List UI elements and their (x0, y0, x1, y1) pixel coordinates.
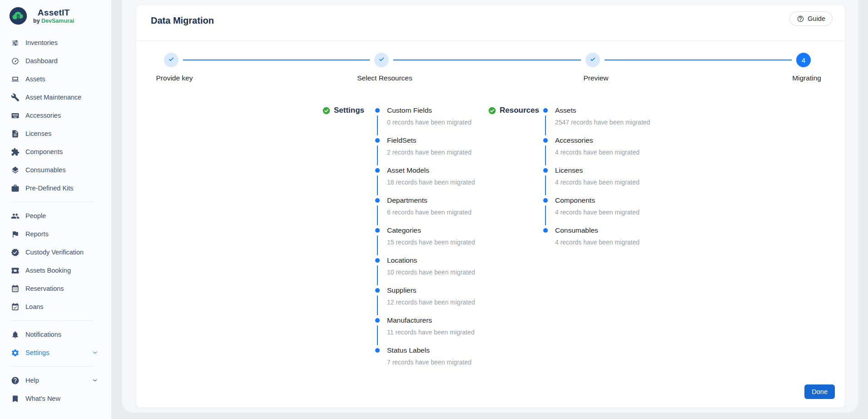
timeline-item-subtitle: 2547 records have been migrated (555, 118, 693, 127)
timeline-item-status-labels: Status Labels7 records have been migrate… (375, 345, 525, 375)
timeline-dot-icon (543, 228, 548, 233)
sidebar-item-label: Custody Verification (25, 249, 84, 256)
sidebar-item-inventories[interactable]: Inventories (0, 34, 111, 52)
brand-subtitle: by DevSamurai (33, 18, 74, 25)
brand[interactable]: AssetIT by DevSamurai (0, 0, 111, 29)
timeline-item-title: FieldSets (387, 135, 525, 145)
sidebar-item-loans[interactable]: Loans (0, 298, 111, 316)
sidebar-item-label: Pre-Defined Kits (25, 185, 74, 192)
timeline-item-subtitle: 6 records have been migrated (387, 208, 525, 217)
data-migration-card: Data Migration Guide Provide keySelect R… (136, 5, 845, 408)
timeline-dot-icon (375, 108, 380, 113)
sidebar-item-licenses[interactable]: Licenses (0, 125, 111, 143)
step-4-indicator: 4 (796, 53, 811, 67)
column-header-resources: Resources (488, 105, 539, 116)
timeline-dot-icon (375, 348, 380, 353)
step-number: 4 (802, 56, 805, 64)
timeline-connector (377, 115, 378, 135)
ticket-icon (11, 266, 20, 275)
timeline-connector (545, 175, 546, 195)
badge-check-icon (11, 248, 20, 257)
done-button[interactable]: Done (804, 384, 835, 399)
sidebar-item-label: Assets Booking (25, 267, 71, 274)
sidebar-item-label: Consumables (25, 166, 66, 174)
brand-text: AssetIT by DevSamurai (33, 8, 74, 25)
sidebar-divider (11, 366, 93, 367)
timeline-item-title: Licenses (555, 165, 693, 175)
timeline-item-categories: Categories15 records have been migrated (375, 225, 525, 255)
check-circle-icon (322, 107, 330, 115)
timeline-item-subtitle: 15 records have been migrated (387, 238, 525, 247)
gauge-icon (11, 57, 20, 65)
question-circle-filled-icon (11, 376, 20, 385)
sidebar-item-pre-defined-kits[interactable]: Pre-Defined Kits (0, 179, 111, 197)
timeline-connector (377, 295, 378, 315)
sidebar-item-notifications[interactable]: Notifications (0, 325, 111, 344)
timeline-item-subtitle: 0 records have been migrated (387, 118, 525, 127)
sidebar-item-dashboard[interactable]: Dashboard (0, 52, 111, 70)
sidebar-item-consumables[interactable]: Consumables (0, 161, 111, 179)
timeline-item-subtitle: 11 records have been migrated (387, 328, 525, 337)
chevron-down-icon (91, 377, 99, 384)
timeline-dot-icon (543, 168, 548, 173)
timeline-item-asset-models: Asset Models18 records have been migrate… (375, 165, 525, 195)
sidebar-item-help[interactable]: Help (0, 371, 111, 389)
step-connector (183, 60, 370, 60)
sidebar-item-label: Components (25, 148, 63, 155)
chevron-down-icon (91, 349, 99, 356)
sidebar-item-label: Inventories (25, 39, 58, 46)
flag-icon (11, 230, 20, 239)
step-connector (393, 60, 581, 60)
timeline-item-title: Categories (387, 225, 525, 235)
step-connector (605, 60, 792, 60)
timeline-item-title: Status Labels (387, 345, 525, 355)
timeline-item-locations: Locations10 records have been migrated (375, 255, 525, 285)
calendar-check-icon (11, 303, 20, 311)
sidebar-item-assets[interactable]: Assets (0, 70, 111, 88)
sidebar-item-assets-booking[interactable]: Assets Booking (0, 261, 111, 279)
sidebar-item-custody-verification[interactable]: Custody Verification (0, 243, 111, 261)
sidebar-item-label: Loans (25, 303, 44, 310)
brand-by-prefix: by (33, 18, 40, 24)
step-label-preview: Preview (583, 74, 608, 82)
sidebar-item-settings[interactable]: Settings (0, 344, 111, 362)
timeline-connector (377, 235, 378, 255)
sidebar-item-reservations[interactable]: Reservations (0, 279, 111, 298)
step-3-indicator (585, 53, 600, 67)
sidebar-item-asset-maintenance[interactable]: Asset Maintenance (0, 88, 111, 106)
timeline-connector (377, 265, 378, 285)
sidebar-section: NotificationsSettings (0, 325, 111, 362)
timeline-item-subtitle: 2 records have been migrated (387, 148, 525, 157)
sidebar-item-label: What's New (25, 395, 60, 402)
timeline-item-subtitle: 12 records have been migrated (387, 298, 525, 307)
toolbox-icon (11, 184, 20, 193)
puzzle-icon (11, 148, 20, 156)
bookmark-icon (11, 394, 20, 403)
timeline-resources: Assets2547 records have been migratedAcc… (543, 105, 693, 255)
timeline-item-manufacturers: Manufacturers11 records have been migrat… (375, 315, 525, 345)
sidebar-item-label: Help (25, 377, 39, 384)
wrench-icon (11, 93, 20, 102)
timeline-connector (545, 205, 546, 225)
column-header-settings: Settings (322, 105, 364, 116)
sidebar-item-label: Reservations (25, 285, 64, 292)
sidebar-section: HelpWhat's New (0, 371, 111, 408)
step-label-provide-key: Provide key (156, 74, 193, 82)
timeline-item-licenses: Licenses4 records have been migrated (543, 165, 693, 195)
sidebar-item-reports[interactable]: Reports (0, 225, 111, 243)
bell-icon (11, 330, 20, 339)
sidebar-item-label: Reports (25, 230, 49, 238)
timeline-item-title: Accessories (555, 135, 693, 145)
step-label-migrating: Migrating (792, 74, 821, 82)
sidebar-item-what-s-new[interactable]: What's New (0, 389, 111, 408)
check-circle-icon (488, 107, 496, 115)
sidebar-nav: InventoriesDashboardAssetsAsset Maintena… (0, 29, 111, 408)
timeline-dot-icon (375, 198, 380, 203)
check-icon (378, 55, 385, 65)
timeline-item-title: Assets (555, 105, 693, 115)
sidebar-item-components[interactable]: Components (0, 143, 111, 161)
sidebar-item-accessories[interactable]: Accessories (0, 106, 111, 125)
sidebar-item-people[interactable]: People (0, 207, 111, 225)
sidebar-item-label: Settings (25, 349, 49, 356)
timeline-item-suppliers: Suppliers12 records have been migrated (375, 285, 525, 315)
